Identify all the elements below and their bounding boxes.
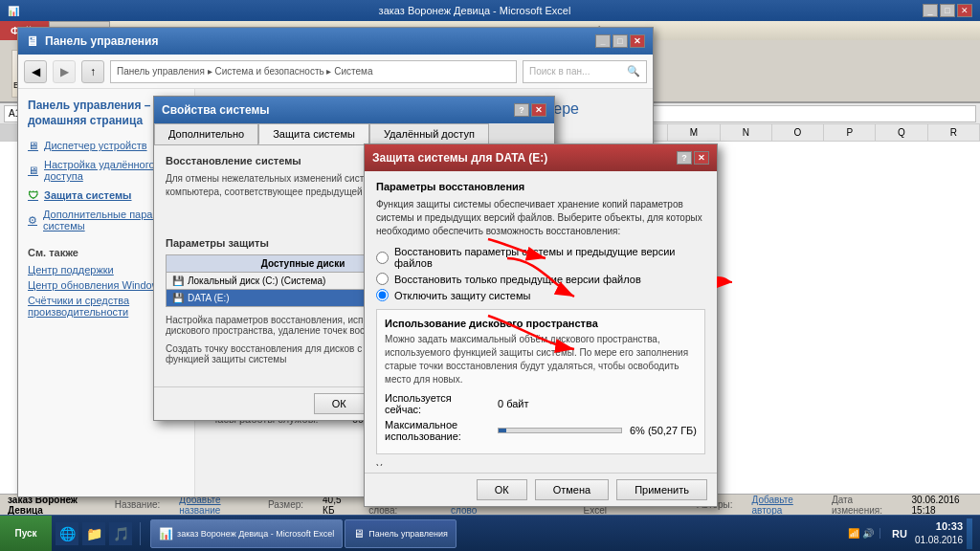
network-icon[interactable]: 📶: [848, 528, 859, 539]
current-usage-row: Используется сейчас: 0 байт: [385, 392, 697, 415]
taskbar-clock[interactable]: 10:33 01.08.2016: [915, 519, 963, 547]
sysprop-tabs: Дополнительно Защита системы Удалённый д…: [154, 123, 554, 145]
cp-titlebar: 🖥 Панель управления _ □ ✕: [18, 28, 653, 55]
taskbar: Пуск 🌐 📁 🎵 📊 заказ Воронеж Девица - Micr…: [0, 515, 980, 551]
window-controls: _ □ ✕: [923, 4, 972, 17]
sysprop-close[interactable]: ✕: [531, 103, 546, 117]
language-indicator[interactable]: RU: [888, 528, 911, 540]
dataprot-titlebar: Защита системы для DATA (E:) ? ✕: [365, 144, 717, 171]
recovery-section-title: Параметры восстановления: [376, 181, 705, 192]
sysprop-help[interactable]: ?: [514, 103, 529, 117]
maximize-btn[interactable]: □: [940, 4, 955, 17]
minimize-btn[interactable]: _: [923, 4, 938, 17]
excel-title: заказ Воронеж Девица - Microsoft Excel: [27, 5, 923, 16]
dataprot-dialog: Защита системы для DATA (E:) ? ✕ Парамет…: [364, 143, 718, 507]
recovery-desc: Функция защиты системы обеспечивает хран…: [376, 198, 705, 238]
radio-restore-files[interactable]: [376, 273, 389, 285]
up-btn[interactable]: ↑: [81, 60, 104, 83]
radio-disable-protection[interactable]: [376, 289, 389, 301]
status-name-label: Название:: [115, 499, 160, 510]
tab-remote[interactable]: Удалённый доступ: [369, 123, 489, 144]
volume-icon[interactable]: 🔊: [862, 528, 874, 539]
remote-icon: 🖥: [28, 165, 38, 176]
col-header[interactable]: R: [928, 124, 980, 141]
dataprot-cancel[interactable]: Отмена: [535, 479, 609, 500]
disk-usage-section: Использование дискового пространства Мож…: [376, 309, 705, 454]
cp-navbar: ◀ ▶ ↑ Панель управления ▸ Система и безо…: [18, 55, 653, 89]
dataprot-title: Защита системы для DATA (E:): [372, 151, 547, 165]
max-usage-row: Максимальное использование: 6% (50,27 ГБ…: [385, 419, 697, 442]
sysprop-titlebar: Свойства системы ? ✕: [154, 97, 554, 123]
media-icon[interactable]: 🎵: [109, 522, 132, 545]
radio-restore-all[interactable]: [376, 252, 389, 264]
col-header[interactable]: O: [772, 124, 824, 141]
cp-window-controls: _ □ ✕: [595, 34, 645, 48]
col-header[interactable]: N: [721, 124, 772, 141]
col-header[interactable]: M: [668, 124, 720, 141]
cp-maximize[interactable]: □: [612, 34, 628, 48]
cp-icon: 🖥: [26, 33, 39, 49]
dataprot-apply[interactable]: Применить: [616, 479, 707, 500]
dataprot-footer: ОК Отмена Применить: [365, 473, 717, 506]
taskbar-cp-label: Панель управления: [368, 529, 448, 539]
radio-item-2[interactable]: Восстановить только предыдущие версии фа…: [376, 273, 705, 285]
dataprot-help[interactable]: ?: [677, 151, 692, 165]
status-authors-value: Добавьте автора: [752, 495, 813, 516]
tab-additional[interactable]: Дополнительно: [154, 123, 258, 144]
cp-close[interactable]: ✕: [630, 34, 645, 48]
back-btn[interactable]: ◀: [24, 60, 47, 83]
cp-title: Панель управления: [45, 34, 595, 48]
cp-taskbar-item[interactable]: 🖥 Панель управления: [345, 519, 457, 548]
address-bar[interactable]: Панель управления ▸ Система и безопаснос…: [110, 60, 517, 83]
folder-icon[interactable]: 📁: [82, 522, 105, 545]
close-btn[interactable]: ✕: [957, 4, 972, 17]
ie-icon[interactable]: 🌐: [56, 522, 78, 545]
clock-time: 10:33: [915, 519, 963, 534]
sysprop-ok[interactable]: ОК: [314, 393, 365, 414]
shield-icon: 🛡: [28, 189, 38, 201]
excel-titlebar: 📊 заказ Воронеж Девица - Microsoft Excel…: [0, 0, 980, 21]
status-modified-value: 30.06.2016 15:18: [912, 495, 972, 516]
taskbar-tray: 📶 🔊 RU 10:33 01.08.2016: [835, 518, 980, 549]
sysprop-title: Свойства системы: [162, 103, 270, 117]
taskbar-items: 🌐 📁 🎵 📊 заказ Воронеж Девица - Microsoft…: [52, 519, 835, 548]
usage-slider[interactable]: [498, 428, 622, 433]
dataprot-close[interactable]: ✕: [694, 151, 709, 165]
tab-protection[interactable]: Защита системы: [258, 123, 369, 144]
usage-bar: [499, 429, 506, 432]
status-size-label: Размер:: [268, 499, 303, 510]
search-bar[interactable]: Поиск в пан... 🔍: [523, 60, 647, 83]
dataprot-ok[interactable]: ОК: [477, 479, 527, 500]
show-desktop-btn[interactable]: [967, 518, 972, 549]
clock-date: 01.08.2016: [915, 534, 963, 547]
forward-btn[interactable]: ▶: [53, 60, 76, 83]
col-header[interactable]: Q: [876, 124, 927, 141]
radio-item-3[interactable]: Отключить защиту системы: [376, 289, 705, 301]
col-header[interactable]: P: [824, 124, 876, 141]
start-button[interactable]: Пуск: [0, 516, 52, 552]
delete-section: Удаление всех точек восстановления, вклю…: [376, 462, 705, 466]
cp-minimize[interactable]: _: [595, 34, 611, 48]
radio-item-1[interactable]: Восстановить параметры системы и предыду…: [376, 246, 705, 269]
monitor-icon: 🖥: [28, 140, 38, 151]
settings-icon: ⚙: [28, 214, 37, 227]
dataprot-body: Параметры восстановления Функция защиты …: [365, 171, 717, 466]
status-modified-label: Дата изменения:: [832, 495, 893, 516]
taskbar-excel-label: заказ Воронеж Девица - Microsoft Excel: [177, 529, 334, 539]
excel-taskbar-item[interactable]: 📊 заказ Воронеж Девица - Microsoft Excel: [150, 519, 343, 548]
radio-group: Восстановить параметры системы и предыду…: [376, 246, 705, 301]
